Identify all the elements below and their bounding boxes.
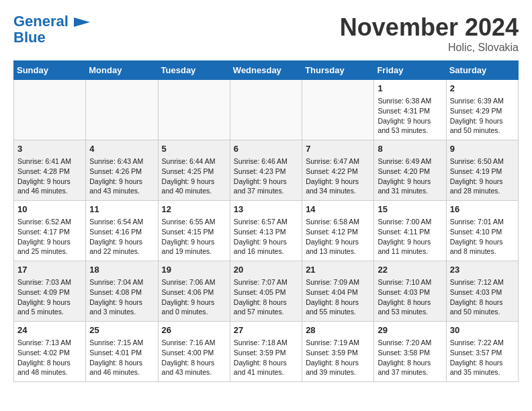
day-number: 29 bbox=[378, 324, 442, 336]
day-number: 10 bbox=[17, 203, 82, 216]
calendar-cell: 17Sunrise: 7:03 AM Sunset: 4:09 PM Dayli… bbox=[14, 261, 86, 322]
day-info: Sunrise: 7:18 AM Sunset: 3:59 PM Dayligh… bbox=[234, 338, 287, 376]
day-number: 2 bbox=[450, 83, 515, 95]
month-title: November 2024 bbox=[340, 13, 519, 42]
day-info: Sunrise: 7:10 AM Sunset: 4:03 PM Dayligh… bbox=[378, 278, 431, 316]
day-number: 22 bbox=[378, 264, 442, 276]
day-number: 16 bbox=[450, 203, 515, 216]
weekday-header-sunday: Sunday bbox=[14, 61, 86, 80]
day-info: Sunrise: 6:54 AM Sunset: 4:16 PM Dayligh… bbox=[89, 218, 143, 255]
day-info: Sunrise: 6:52 AM Sunset: 4:17 PM Dayligh… bbox=[17, 218, 71, 255]
day-info: Sunrise: 7:09 AM Sunset: 4:04 PM Dayligh… bbox=[306, 278, 359, 316]
day-number: 13 bbox=[234, 203, 298, 216]
day-number: 4 bbox=[89, 143, 154, 155]
day-number: 1 bbox=[378, 83, 442, 95]
day-info: Sunrise: 7:03 AM Sunset: 4:09 PM Dayligh… bbox=[17, 278, 71, 316]
weekday-header-wednesday: Wednesday bbox=[230, 61, 302, 80]
weekday-header-row: SundayMondayTuesdayWednesdayThursdayFrid… bbox=[14, 61, 519, 80]
day-number: 27 bbox=[234, 324, 298, 336]
calendar-cell: 22Sunrise: 7:10 AM Sunset: 4:03 PM Dayli… bbox=[374, 261, 446, 322]
calendar-cell: 16Sunrise: 7:01 AM Sunset: 4:10 PM Dayli… bbox=[446, 201, 518, 261]
day-info: Sunrise: 6:47 AM Sunset: 4:22 PM Dayligh… bbox=[306, 157, 359, 195]
weekday-header-saturday: Saturday bbox=[446, 61, 518, 80]
day-number: 9 bbox=[450, 143, 515, 155]
day-number: 20 bbox=[234, 264, 298, 276]
calendar-cell bbox=[86, 80, 158, 140]
day-info: Sunrise: 7:12 AM Sunset: 4:03 PM Dayligh… bbox=[450, 278, 504, 316]
calendar-cell: 20Sunrise: 7:07 AM Sunset: 4:05 PM Dayli… bbox=[230, 261, 302, 322]
calendar-cell bbox=[14, 80, 86, 140]
weekday-header-tuesday: Tuesday bbox=[158, 61, 230, 80]
day-info: Sunrise: 7:04 AM Sunset: 4:08 PM Dayligh… bbox=[89, 278, 143, 316]
calendar-cell: 4Sunrise: 6:43 AM Sunset: 4:26 PM Daylig… bbox=[86, 140, 158, 201]
calendar-cell: 12Sunrise: 6:55 AM Sunset: 4:15 PM Dayli… bbox=[158, 201, 230, 261]
calendar-cell bbox=[230, 80, 302, 140]
week-row-4: 17Sunrise: 7:03 AM Sunset: 4:09 PM Dayli… bbox=[14, 261, 519, 322]
day-number: 12 bbox=[162, 203, 226, 216]
calendar-cell: 6Sunrise: 6:46 AM Sunset: 4:23 PM Daylig… bbox=[230, 140, 302, 201]
calendar-cell: 27Sunrise: 7:18 AM Sunset: 3:59 PM Dayli… bbox=[230, 322, 302, 382]
day-number: 26 bbox=[162, 324, 226, 336]
week-row-3: 10Sunrise: 6:52 AM Sunset: 4:17 PM Dayli… bbox=[14, 201, 519, 261]
day-number: 17 bbox=[17, 264, 82, 276]
week-row-2: 3Sunrise: 6:41 AM Sunset: 4:28 PM Daylig… bbox=[14, 140, 519, 201]
calendar-cell: 1Sunrise: 6:38 AM Sunset: 4:31 PM Daylig… bbox=[374, 80, 446, 140]
calendar-cell: 21Sunrise: 7:09 AM Sunset: 4:04 PM Dayli… bbox=[302, 261, 374, 322]
calendar-cell: 29Sunrise: 7:20 AM Sunset: 3:58 PM Dayli… bbox=[374, 322, 446, 382]
calendar-cell: 23Sunrise: 7:12 AM Sunset: 4:03 PM Dayli… bbox=[446, 261, 518, 322]
day-info: Sunrise: 7:13 AM Sunset: 4:02 PM Dayligh… bbox=[17, 338, 71, 376]
day-number: 3 bbox=[17, 143, 82, 155]
logo-text: General bbox=[13, 13, 90, 30]
calendar-cell: 2Sunrise: 6:39 AM Sunset: 4:29 PM Daylig… bbox=[446, 80, 518, 140]
page-header: General Blue November 2024 Holic, Slovak… bbox=[13, 13, 519, 54]
day-number: 28 bbox=[306, 324, 370, 336]
day-info: Sunrise: 6:50 AM Sunset: 4:19 PM Dayligh… bbox=[450, 157, 504, 195]
calendar-cell: 13Sunrise: 6:57 AM Sunset: 4:13 PM Dayli… bbox=[230, 201, 302, 261]
day-number: 7 bbox=[306, 143, 370, 155]
title-block: November 2024 Holic, Slovakia bbox=[340, 13, 519, 54]
day-number: 15 bbox=[378, 203, 442, 216]
calendar-cell: 5Sunrise: 6:44 AM Sunset: 4:25 PM Daylig… bbox=[158, 140, 230, 201]
logo: General Blue bbox=[13, 13, 90, 46]
calendar-cell: 19Sunrise: 7:06 AM Sunset: 4:06 PM Dayli… bbox=[158, 261, 230, 322]
day-info: Sunrise: 6:39 AM Sunset: 4:29 PM Dayligh… bbox=[450, 97, 504, 134]
weekday-header-friday: Friday bbox=[374, 61, 446, 80]
day-info: Sunrise: 6:38 AM Sunset: 4:31 PM Dayligh… bbox=[378, 97, 431, 134]
day-number: 19 bbox=[162, 264, 226, 276]
logo-blue: Blue bbox=[13, 29, 46, 46]
weekday-header-thursday: Thursday bbox=[302, 61, 374, 80]
day-info: Sunrise: 6:57 AM Sunset: 4:13 PM Dayligh… bbox=[234, 218, 287, 255]
calendar-cell: 7Sunrise: 6:47 AM Sunset: 4:22 PM Daylig… bbox=[302, 140, 374, 201]
day-info: Sunrise: 7:22 AM Sunset: 3:57 PM Dayligh… bbox=[450, 338, 504, 376]
day-info: Sunrise: 7:06 AM Sunset: 4:06 PM Dayligh… bbox=[162, 278, 216, 316]
day-info: Sunrise: 6:46 AM Sunset: 4:23 PM Dayligh… bbox=[234, 157, 287, 195]
week-row-1: 1Sunrise: 6:38 AM Sunset: 4:31 PM Daylig… bbox=[14, 80, 519, 140]
day-info: Sunrise: 6:44 AM Sunset: 4:25 PM Dayligh… bbox=[162, 157, 216, 195]
day-info: Sunrise: 6:58 AM Sunset: 4:12 PM Dayligh… bbox=[306, 218, 359, 255]
calendar-cell: 10Sunrise: 6:52 AM Sunset: 4:17 PM Dayli… bbox=[14, 201, 86, 261]
day-number: 5 bbox=[162, 143, 226, 155]
calendar-cell: 28Sunrise: 7:19 AM Sunset: 3:59 PM Dayli… bbox=[302, 322, 374, 382]
day-number: 21 bbox=[306, 264, 370, 276]
calendar-cell: 18Sunrise: 7:04 AM Sunset: 4:08 PM Dayli… bbox=[86, 261, 158, 322]
calendar-cell: 14Sunrise: 6:58 AM Sunset: 4:12 PM Dayli… bbox=[302, 201, 374, 261]
calendar-cell: 26Sunrise: 7:16 AM Sunset: 4:00 PM Dayli… bbox=[158, 322, 230, 382]
calendar-cell: 24Sunrise: 7:13 AM Sunset: 4:02 PM Dayli… bbox=[14, 322, 86, 382]
day-number: 25 bbox=[89, 324, 154, 336]
day-info: Sunrise: 7:01 AM Sunset: 4:10 PM Dayligh… bbox=[450, 218, 504, 255]
location: Holic, Slovakia bbox=[340, 42, 519, 54]
day-number: 6 bbox=[234, 143, 298, 155]
day-info: Sunrise: 7:07 AM Sunset: 4:05 PM Dayligh… bbox=[234, 278, 287, 316]
calendar-cell: 25Sunrise: 7:15 AM Sunset: 4:01 PM Dayli… bbox=[86, 322, 158, 382]
day-info: Sunrise: 6:43 AM Sunset: 4:26 PM Dayligh… bbox=[89, 157, 143, 195]
day-info: Sunrise: 7:19 AM Sunset: 3:59 PM Dayligh… bbox=[306, 338, 359, 376]
day-number: 23 bbox=[450, 264, 515, 276]
weekday-header-monday: Monday bbox=[86, 61, 158, 80]
calendar-cell: 9Sunrise: 6:50 AM Sunset: 4:19 PM Daylig… bbox=[446, 140, 518, 201]
day-number: 14 bbox=[306, 203, 370, 216]
calendar-table: SundayMondayTuesdayWednesdayThursdayFrid… bbox=[13, 60, 519, 382]
week-row-5: 24Sunrise: 7:13 AM Sunset: 4:02 PM Dayli… bbox=[14, 322, 519, 382]
day-info: Sunrise: 7:16 AM Sunset: 4:00 PM Dayligh… bbox=[162, 338, 216, 376]
calendar-cell: 3Sunrise: 6:41 AM Sunset: 4:28 PM Daylig… bbox=[14, 140, 86, 201]
calendar-cell: 30Sunrise: 7:22 AM Sunset: 3:57 PM Dayli… bbox=[446, 322, 518, 382]
